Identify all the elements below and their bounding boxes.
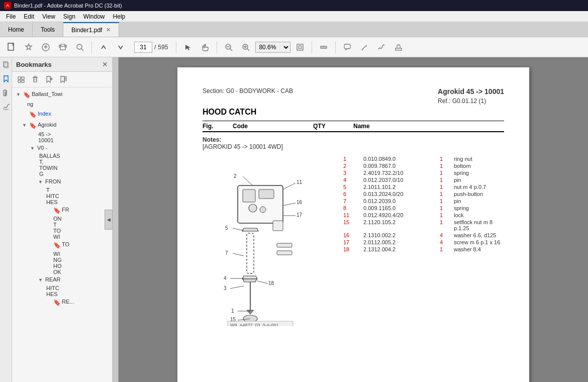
svg-line-7 <box>81 49 83 51</box>
name-col: screw m 6 p.1 x 16 <box>454 239 504 245</box>
svg-rect-34 <box>22 80 24 82</box>
bookmarks-tool-options[interactable] <box>57 74 69 85</box>
zoom-in-button[interactable] <box>238 40 253 55</box>
bookmarks-header: Bookmarks ✕ <box>12 57 112 72</box>
fig-col: 3 <box>343 170 363 176</box>
code-col: 0.009.1165.0 <box>363 205 429 211</box>
bookmarks-tool-add[interactable] <box>43 74 55 85</box>
bookmarks-panel: Bookmarks ✕ ▼ <box>12 57 113 382</box>
prev-page-button[interactable] <box>96 40 111 55</box>
bookmark-re[interactable]: 🔖 RE... <box>12 297 112 308</box>
svg-line-23 <box>362 46 366 50</box>
signature-button[interactable] <box>374 40 389 55</box>
parts-layout: 11 16 17 5 7 4 3 1 <box>203 155 504 328</box>
svg-point-48 <box>249 204 257 212</box>
bookmarks-tool-layout[interactable] <box>15 74 27 85</box>
measure-button[interactable] <box>316 40 331 55</box>
svg-text:4: 4 <box>224 275 227 281</box>
tab-bar: Home Tools Binder1.pdf ✕ <box>0 22 588 37</box>
bookmark-icon: 🔖 <box>53 241 60 250</box>
bookmark-front-towi[interactable]: 🔖 FR <box>12 205 112 216</box>
fig-col: 1 <box>343 156 363 162</box>
cursor-tool[interactable] <box>180 40 195 55</box>
menu-window[interactable]: Window <box>79 12 109 21</box>
menu-sign[interactable]: Sign <box>59 12 79 21</box>
window-title: Binder1.pdf - Adobe Acrobat Pro DC (32-b… <box>14 3 122 9</box>
table-row: 2 0.009.7867.0 1 bottom <box>343 162 504 169</box>
stamp-button[interactable] <box>391 40 406 55</box>
parts-table: 1 0.010.0849.0 1 ring nut 2 0.009.7867.0… <box>343 155 504 328</box>
tab-tools[interactable]: Tools <box>33 22 63 37</box>
left-icon-attach[interactable] <box>1 87 12 99</box>
bookmarks-tool-delete[interactable] <box>29 74 41 85</box>
parts-diagram: 11 16 17 5 7 4 3 1 <box>203 155 333 326</box>
svg-rect-59 <box>277 251 292 255</box>
zoom-out-button[interactable] <box>221 40 236 55</box>
next-page-button[interactable] <box>113 40 128 55</box>
bookmark-towing-hook[interactable]: 🔖 TO <box>12 240 112 251</box>
hand-tool[interactable] <box>198 40 213 55</box>
agrokid-cont: 45 -> <box>12 131 112 137</box>
bookmark-rear-hitches[interactable]: ▼ REAR <box>12 275 112 284</box>
name-col: lock <box>454 212 504 218</box>
new-button[interactable] <box>4 40 19 55</box>
svg-line-10 <box>230 49 232 51</box>
svg-rect-46 <box>243 189 255 202</box>
name-col: pin <box>454 177 504 183</box>
svg-point-49 <box>260 207 266 213</box>
svg-point-6 <box>77 44 82 49</box>
bookmark-agrokid[interactable]: ▼ 🔖 Agrokid <box>12 120 112 131</box>
left-icon-signature[interactable] <box>1 102 12 113</box>
bookmark-ballast-towing-cont[interactable]: ng <box>12 101 112 109</box>
menu-help[interactable]: Help <box>109 12 130 21</box>
table-row: 11 0.012.4920.4/20 1 lock <box>343 212 504 219</box>
svg-point-44 <box>65 79 67 81</box>
fit-button[interactable] <box>292 40 308 55</box>
search-button[interactable] <box>72 40 87 55</box>
page-number-input[interactable] <box>134 42 152 53</box>
print-button[interactable] <box>55 40 70 55</box>
bookmark-ballast-towing[interactable]: ▼ 🔖 Ballast_Towi <box>12 89 112 101</box>
zoom-select[interactable]: 80.6% <box>255 42 290 53</box>
qty-col: 1 <box>429 205 454 211</box>
name-col: washer 6.6. d125 <box>454 232 504 238</box>
tab-close-icon[interactable]: ✕ <box>106 27 111 33</box>
separator4 <box>312 41 312 53</box>
table-row: 4 0.012.2037.0/10 1 pin <box>343 176 504 183</box>
svg-marker-42 <box>61 76 64 82</box>
pdf-area[interactable]: Section: G0 - BODYWORK - CAB Agrokid 45 … <box>119 57 588 382</box>
bookmark-front-hitches[interactable]: ▼ FRON <box>12 177 112 186</box>
menu-view[interactable]: View <box>38 12 59 21</box>
name-col: spring <box>454 205 504 211</box>
comment-button[interactable] <box>340 40 355 55</box>
svg-marker-29 <box>4 76 8 82</box>
sidebar-collapse-button[interactable]: ◀ <box>105 210 113 230</box>
name-col: washer 8.4 <box>454 246 504 252</box>
left-icon-pages[interactable] <box>1 59 12 70</box>
left-icon-bookmarks[interactable] <box>1 73 12 84</box>
name-col: push-button <box>454 191 504 197</box>
fr-cont3: TO <box>12 228 112 234</box>
code-col: 2.1312.004.2 <box>363 246 429 252</box>
upload-button[interactable] <box>38 40 53 55</box>
fig-col: 4 <box>343 177 363 183</box>
toolbar: / 595 80.6% <box>0 37 588 57</box>
tab-binder1[interactable]: Binder1.pdf ✕ <box>63 22 119 37</box>
bookmark-button[interactable] <box>21 40 36 55</box>
qty-col: 1 <box>429 212 454 218</box>
svg-text:7: 7 <box>225 250 228 256</box>
tab-home[interactable]: Home <box>0 22 33 37</box>
bookmark-index[interactable]: 🔖 Index <box>12 109 112 120</box>
menu-edit[interactable]: Edit <box>20 12 38 21</box>
bookmark-icon: 🔖 <box>53 207 60 215</box>
notes-section: Notes: [AGROKID 45 -> 10001 4WD] <box>203 136 504 150</box>
qty-col: 1 <box>429 156 454 162</box>
menu-file[interactable]: File <box>2 12 20 21</box>
pen-button[interactable] <box>357 40 372 55</box>
bookmarks-close-icon[interactable]: ✕ <box>102 60 108 68</box>
svg-rect-31 <box>18 77 21 79</box>
sidebar-scrollbar[interactable] <box>113 57 119 382</box>
fr-cont2: T <box>12 222 112 228</box>
section-title: Section: G0 - BODYWORK - CAB <box>203 87 293 94</box>
bookmark-v0[interactable]: ▼ V0 - <box>12 143 112 153</box>
